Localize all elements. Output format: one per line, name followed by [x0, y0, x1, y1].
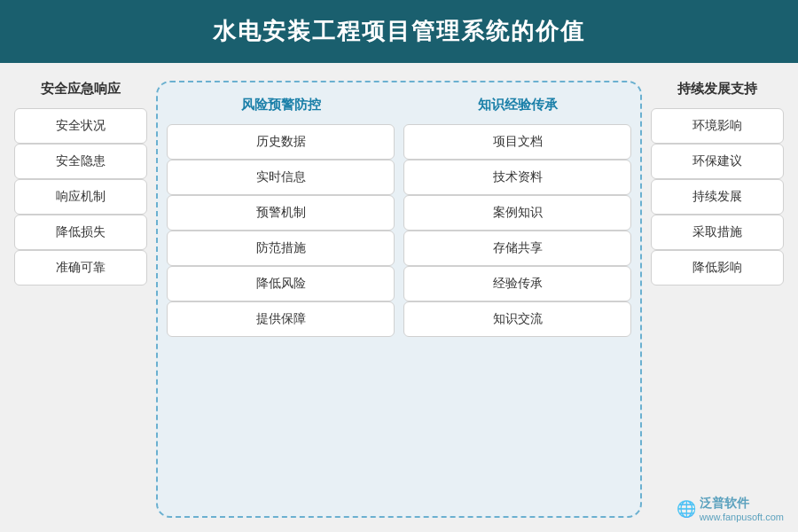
- middle-left-subpanel: 风险预警防控 历史数据实时信息预警机制防范措施降低风险提供保障: [167, 97, 395, 502]
- middle-left-items: 历史数据实时信息预警机制防范措施降低风险提供保障: [167, 124, 395, 337]
- list-item: 技术资料: [403, 160, 631, 195]
- list-item: 响应机制: [14, 179, 147, 215]
- left-panel: 安全应急响应 安全状况安全隐患响应机制降低损失准确可靠: [14, 81, 147, 518]
- list-item: 持续发展: [651, 179, 784, 215]
- app-container: 水电安装工程项目管理系统的价值 安全应急响应 安全状况安全隐患响应机制降低损失准…: [0, 0, 798, 532]
- list-item: 环境影响: [651, 108, 784, 144]
- list-item: 实时信息: [167, 160, 395, 195]
- left-items-container: 安全状况安全隐患响应机制降低损失准确可靠: [14, 108, 147, 286]
- list-item: 项目文档: [403, 124, 631, 160]
- main-content: 安全应急响应 安全状况安全隐患响应机制降低损失准确可靠 风险预警防控 历史数据实…: [0, 63, 798, 532]
- list-item: 防范措施: [167, 231, 395, 266]
- list-item: 安全隐患: [14, 144, 147, 179]
- list-item: 环保建议: [651, 144, 784, 179]
- middle-right-subpanel: 知识经验传承 项目文档技术资料案例知识存储共享经验传承知识交流: [403, 97, 631, 502]
- list-item: 案例知识: [403, 195, 631, 231]
- list-item: 安全状况: [14, 108, 147, 144]
- list-item: 存储共享: [403, 231, 631, 266]
- right-panel: 持续发展支持 环境影响环保建议持续发展采取措施降低影响: [651, 81, 784, 518]
- list-item: 历史数据: [167, 124, 395, 160]
- page-header: 水电安装工程项目管理系统的价值: [0, 0, 798, 63]
- list-item: 预警机制: [167, 195, 395, 231]
- list-item: 提供保障: [167, 301, 395, 337]
- footer-watermark: 🌐 泛普软件 www.fanpusoft.com: [677, 495, 784, 523]
- middle-panel: 风险预警防控 历史数据实时信息预警机制防范措施降低风险提供保障 知识经验传承 项…: [156, 81, 642, 518]
- footer-logo-icon: 🌐: [677, 499, 696, 519]
- list-item: 知识交流: [403, 301, 631, 337]
- left-panel-title: 安全应急响应: [14, 81, 147, 98]
- list-item: 采取措施: [651, 215, 784, 250]
- middle-left-title: 风险预警防控: [167, 97, 395, 113]
- footer-url: www.fanpusoft.com: [700, 511, 784, 523]
- list-item: 准确可靠: [14, 250, 147, 286]
- list-item: 降低损失: [14, 215, 147, 250]
- footer-brand: 泛普软件: [700, 495, 784, 511]
- list-item: 降低风险: [167, 266, 395, 301]
- right-items-container: 环境影响环保建议持续发展采取措施降低影响: [651, 108, 784, 286]
- list-item: 降低影响: [651, 250, 784, 286]
- right-panel-title: 持续发展支持: [651, 81, 784, 98]
- page-title: 水电安装工程项目管理系统的价值: [213, 18, 585, 44]
- middle-right-title: 知识经验传承: [403, 97, 631, 113]
- middle-right-items: 项目文档技术资料案例知识存储共享经验传承知识交流: [403, 124, 631, 337]
- list-item: 经验传承: [403, 266, 631, 301]
